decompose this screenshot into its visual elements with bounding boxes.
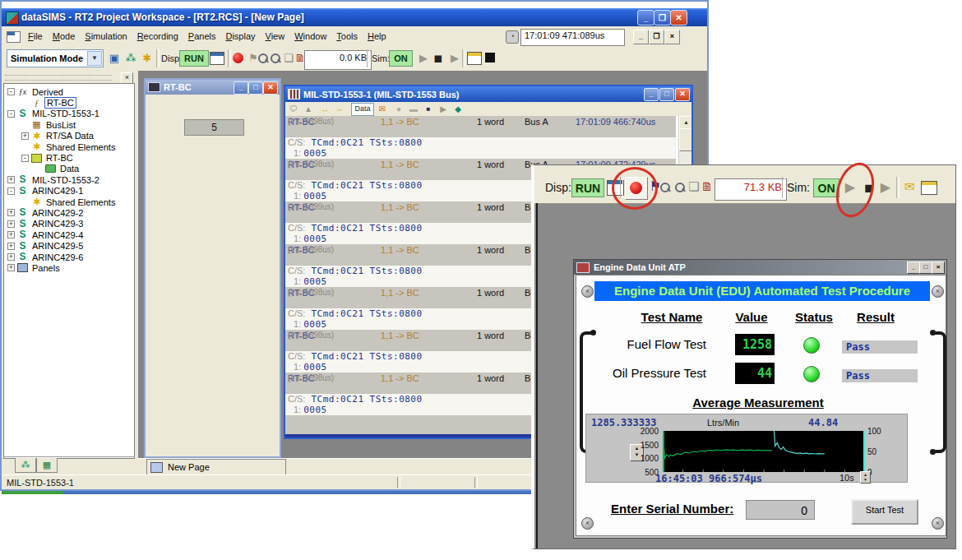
scope-icon[interactable] [257,53,269,64]
tree-item[interactable]: + MIL-STD-1553-2 [4,174,134,185]
tree-item[interactable]: - RT-BC [4,152,134,163]
display-icon[interactable]: ▣ [107,51,122,66]
chevron-down-icon[interactable]: ▼ [87,51,102,66]
tree-expander[interactable]: + [7,264,15,271]
drag-grip[interactable] [5,75,112,81]
play-icon[interactable]: ▶ [416,51,431,66]
maximize-button[interactable]: □ [659,88,674,101]
scrollbar-thumb[interactable] [679,128,691,151]
tree-expander[interactable]: + [21,132,29,140]
tree-item[interactable]: BusList [4,119,134,130]
network-icon[interactable]: ⁂ [123,51,138,66]
tree-item[interactable]: + ARINC429-5 [4,240,134,251]
circle-icon[interactable]: ● [392,104,405,114]
edu-title-bar[interactable]: Engine Data Unit ATP _ □ × [574,260,946,275]
tree-expander[interactable] [21,100,29,107]
mdi-minimize-button[interactable]: _ [633,30,649,44]
record-icon[interactable] [233,53,243,63]
edu-window[interactable]: Engine Data Unit ATP _ □ × × × × × Engin… [573,259,947,539]
mdi-close-button[interactable]: × [664,30,680,44]
tree-item[interactable]: + ARINC429-6 [4,252,134,262]
stop-icon[interactable] [485,53,495,62]
tree-item[interactable]: + RT/SA Data [4,131,134,141]
play-icon[interactable]: ▶ [437,104,450,114]
close-button[interactable]: ✕ [263,81,278,95]
serial-number-input[interactable]: 0 [746,500,815,520]
menu-item[interactable]: Tools [331,30,363,43]
maximize-button[interactable]: □ [248,81,263,95]
close-button[interactable]: × [932,261,945,274]
tab-new-page[interactable]: New Page [146,459,286,474]
tree-item[interactable]: Data [4,164,134,174]
tree-expander[interactable]: - [21,155,29,162]
tree-item[interactable]: Shared Elements [4,197,134,207]
page-export-icon[interactable]: 🗎 [700,179,715,194]
scope-icon[interactable] [659,182,671,193]
menu-item[interactable]: Panels [183,30,221,43]
tree-expander[interactable]: - [7,88,15,95]
tree-item[interactable]: + ARINC429-4 [4,229,134,240]
bar-icon[interactable]: ▬ [407,104,420,114]
panel-icon[interactable] [921,181,937,195]
diamond-icon[interactable]: ◆ [451,104,465,114]
tree-item[interactable]: + Panels [4,262,134,273]
tree-expander[interactable]: + [7,231,15,238]
maximize-button[interactable]: □ [919,261,932,274]
tree-expander[interactable]: + [7,209,15,216]
menu-item[interactable]: Simulation [80,30,132,43]
play-doc-icon[interactable]: ◼ [431,51,446,66]
search-icon[interactable] [270,53,281,64]
tree-expander[interactable] [21,121,29,128]
tree-item[interactable]: - Derived [4,86,134,97]
start-test-button[interactable]: Start Test [851,499,918,525]
tree-item[interactable]: RT-BC [4,97,134,108]
stop-icon[interactable]: ■ [422,104,435,114]
panel-icon[interactable] [467,52,482,65]
menu-item[interactable]: Window [289,30,331,43]
comment-icon[interactable]: 🗩 [287,104,300,114]
tab-network-view[interactable]: ⁂ [15,458,36,473]
mode-select[interactable]: Simulation Mode▼ [7,49,104,67]
tree-expander[interactable]: + [7,220,15,228]
menu-item[interactable]: File [23,30,48,43]
tree-expander[interactable]: - [7,110,15,118]
search-icon[interactable] [674,182,686,193]
settings-icon[interactable]: ✱ [140,51,155,66]
tree-expander[interactable]: - [7,187,15,195]
tree-item[interactable]: - MIL-STD-1553-1 [4,109,134,119]
minimize-button[interactable]: _ [644,88,659,101]
menu-item[interactable]: Mode [48,30,81,43]
rtbc-title-bar[interactable]: RT-BC _ □ ✕ [146,80,280,95]
play2-icon[interactable]: ▶ [878,180,893,195]
menu-item[interactable]: View [261,30,290,43]
envelope-icon[interactable]: ✉ [902,179,917,194]
minimize-button[interactable]: _ [637,10,654,25]
close-button[interactable]: ✕ [675,88,690,101]
x-span-stepper[interactable]: ▲▼ [860,471,871,484]
menu-item[interactable]: Recording [132,30,183,43]
data-button[interactable]: Data [351,103,374,116]
mdi-restore-button[interactable]: ❐ [649,30,664,44]
tree-expander[interactable] [35,165,43,173]
tree-item[interactable]: + ARINC429-3 [4,219,134,229]
menu-item[interactable]: Help [363,30,391,43]
h-arrows-icon[interactable]: ↔ [318,104,331,114]
tree-expander[interactable]: + [7,176,15,183]
rtbc-window[interactable]: RT-BC _ □ ✕ 5 [144,78,281,458]
tab-grid-view[interactable]: ▦ [36,458,58,473]
bus-title-bar[interactable]: MIL-STD-1553-1 (MIL-STD-1553 Bus) _ □ ✕ [285,86,691,102]
thumb-icon[interactable]: ▲ [302,104,315,114]
tree-item[interactable]: + ARINC429-2 [4,207,134,218]
minimize-button[interactable]: _ [234,81,248,95]
close-icon[interactable]: × [121,72,133,84]
windows-icon[interactable] [210,52,224,65]
menu-item[interactable]: Display [220,30,260,43]
close-button[interactable]: ✕ [670,10,687,25]
restore-button[interactable]: ❐ [654,10,671,25]
tree-item[interactable]: Shared Elements [4,141,134,152]
simulation-time-field[interactable]: 17:01:09 471:089us [520,29,625,46]
tree-expander[interactable] [21,143,29,150]
tree-expander[interactable] [21,198,29,206]
envelope-icon[interactable]: ✉ [376,104,389,114]
h-arrows2-icon[interactable]: ⇔ [333,104,346,114]
